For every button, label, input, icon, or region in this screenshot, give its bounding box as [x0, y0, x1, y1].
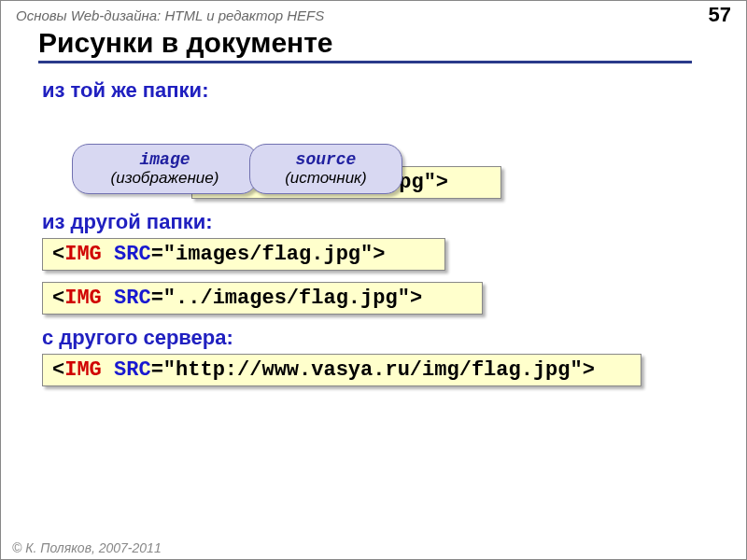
callout-source-translation: (источник) — [265, 169, 387, 188]
section-same-folder: из той же папки: — [42, 78, 718, 103]
code-attr: SRC — [114, 358, 151, 382]
footer-copyright: © К. Поляков, 2007-2011 — [12, 540, 162, 555]
callout-source-term: source — [265, 150, 387, 169]
code-gt: > — [410, 287, 422, 310]
callout-image-translation: (изображение) — [88, 169, 242, 188]
content-area: из той же папки: image (изображение) sou… — [1, 63, 746, 386]
code-eq: = — [151, 287, 163, 310]
code-value: "../images/flag.jpg" — [163, 287, 410, 310]
slide-title: Рисунки в документе — [38, 27, 692, 63]
code-gt: > — [436, 171, 448, 194]
slide: Основы Web-дизайна: HTML и редактор HEFS… — [0, 0, 747, 560]
code-tag: IMG — [64, 358, 102, 382]
header-bar: Основы Web-дизайна: HTML и редактор HEFS… — [1, 1, 746, 27]
code-value: "images/flag.jpg" — [163, 243, 373, 266]
code-eq: = — [151, 243, 163, 266]
code-attr: SRC — [114, 287, 151, 310]
code-tag: IMG — [64, 243, 102, 266]
callout-image-term: image — [88, 150, 242, 169]
header-title: Основы Web-дизайна: HTML и редактор HEFS — [16, 7, 324, 23]
code-parent-folder: <IMG SRC="../images/flag.jpg"> — [42, 282, 483, 315]
code-gt: > — [583, 358, 595, 382]
code-lt: < — [52, 358, 64, 382]
code-subfolder: <IMG SRC="images/flag.jpg"> — [42, 238, 445, 271]
page-number: 57 — [709, 3, 731, 27]
section-other-folder: из другой папки: — [42, 210, 718, 234]
callout-source: source (источник) — [249, 144, 402, 194]
code-lt: < — [52, 287, 64, 310]
code-gt: > — [373, 243, 385, 266]
code-remote-server: <IMG SRC="http://www.vasya.ru/img/flag.j… — [42, 354, 641, 386]
code-tag: IMG — [64, 287, 102, 310]
code-attr: SRC — [114, 243, 151, 266]
code-lt: < — [52, 243, 64, 266]
section-other-server: с другого сервера: — [42, 326, 718, 350]
code-value: "http://www.vasya.ru/img/flag.jpg" — [163, 358, 583, 382]
callout-image: image (изображение) — [72, 144, 258, 194]
code-eq: = — [151, 358, 163, 382]
